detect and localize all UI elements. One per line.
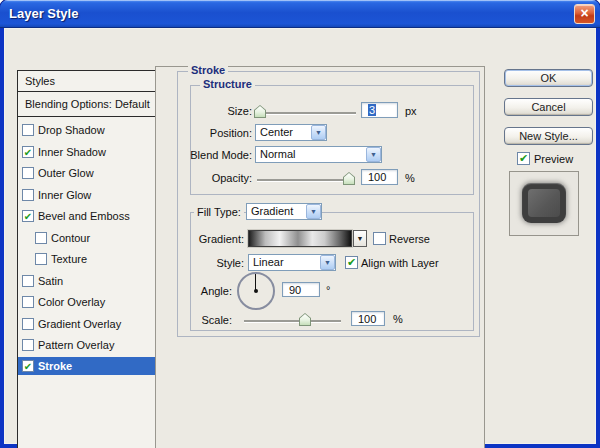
- size-label: Size:: [182, 105, 252, 117]
- size-input[interactable]: 3: [361, 102, 398, 118]
- opacity-input[interactable]: 100: [361, 169, 398, 185]
- scale-slider-track[interactable]: [244, 320, 341, 322]
- fill-type-dropdown[interactable]: Gradient ▼: [246, 203, 322, 220]
- close-button[interactable]: ×: [574, 4, 595, 24]
- sidebar-item-bevel-and-emboss[interactable]: ✔ Bevel and Emboss: [18, 206, 155, 225]
- reverse-label: Reverse: [389, 233, 430, 245]
- scale-unit: %: [393, 313, 403, 325]
- scale-input[interactable]: 100: [351, 311, 385, 326]
- structure-group-title: Structure: [200, 78, 255, 90]
- checkbox-color-overlay[interactable]: [22, 296, 34, 308]
- preview-label: Preview: [534, 153, 573, 165]
- close-icon: ×: [580, 5, 588, 21]
- checkbox-gradient-overlay[interactable]: [22, 318, 34, 330]
- checkbox-satin[interactable]: [22, 275, 34, 287]
- position-dropdown[interactable]: Center ▼: [255, 124, 327, 141]
- sidebar-item-blending-options[interactable]: Blending Options: Default: [18, 92, 155, 117]
- ok-button[interactable]: OK: [504, 69, 593, 87]
- chevron-down-icon: ▼: [311, 125, 326, 140]
- sidebar-item-gradient-overlay[interactable]: Gradient Overlay: [18, 314, 155, 333]
- sidebar-item-satin[interactable]: Satin: [18, 271, 155, 290]
- checkbox-stroke[interactable]: ✔: [22, 360, 34, 372]
- sidebar-item-color-overlay[interactable]: Color Overlay: [18, 292, 155, 311]
- angle-dial[interactable]: [237, 272, 275, 310]
- checkbox-inner-shadow[interactable]: ✔: [22, 146, 34, 158]
- opacity-label: Opacity:: [182, 172, 252, 184]
- gradient-label: Gradient:: [174, 233, 244, 245]
- title-bar[interactable]: Layer Style ×: [0, 0, 600, 28]
- sidebar-item-inner-shadow[interactable]: ✔ Inner Shadow: [18, 142, 155, 161]
- blend-mode-label: Blend Mode:: [174, 149, 252, 161]
- chevron-down-icon: ▼: [357, 235, 364, 242]
- checkbox-outer-glow[interactable]: [22, 167, 34, 179]
- reverse-checkbox[interactable]: [373, 232, 386, 245]
- sidebar-item-outer-glow[interactable]: Outer Glow: [18, 163, 155, 182]
- chevron-down-icon: ▼: [320, 255, 335, 270]
- stroke-group-title: Stroke: [188, 64, 228, 76]
- checkbox-bevel-and-emboss[interactable]: ✔: [22, 210, 34, 222]
- style-dropdown[interactable]: Linear ▼: [248, 254, 336, 271]
- sidebar-item-contour[interactable]: Contour: [18, 228, 155, 247]
- chevron-down-icon: ▼: [306, 204, 321, 219]
- position-label: Position:: [182, 127, 252, 139]
- gradient-picker-button[interactable]: ▼: [353, 230, 367, 247]
- checkbox-contour[interactable]: [35, 232, 47, 244]
- layer-style-dialog: Layer Style × Styles Blending Options: D…: [0, 0, 600, 448]
- angle-input[interactable]: 90: [282, 282, 320, 297]
- scale-label: Scale:: [172, 314, 232, 326]
- preview-checkbox[interactable]: ✔: [517, 152, 530, 165]
- checkbox-pattern-overlay[interactable]: [22, 339, 34, 351]
- chevron-down-icon: ▼: [366, 147, 381, 162]
- checkbox-drop-shadow[interactable]: [22, 124, 34, 136]
- sidebar-item-inner-glow[interactable]: Inner Glow: [18, 185, 155, 204]
- cancel-button[interactable]: Cancel: [504, 98, 593, 116]
- sidebar-item-pattern-overlay[interactable]: Pattern Overlay: [18, 335, 155, 354]
- gradient-swatch[interactable]: [248, 230, 352, 247]
- align-with-layer-label: Align with Layer: [361, 257, 439, 269]
- style-preview-panel: [509, 171, 579, 236]
- sidebar-item-styles[interactable]: Styles: [18, 71, 155, 92]
- sidebar-item-stroke[interactable]: ✔ Stroke: [18, 357, 155, 375]
- opacity-slider-track[interactable]: [257, 179, 352, 181]
- new-style-button[interactable]: New Style...: [504, 127, 593, 145]
- style-label: Style:: [174, 257, 244, 269]
- opacity-unit: %: [405, 172, 415, 184]
- angle-center-dot: [254, 289, 258, 293]
- fill-type-label: Fill Type:: [194, 206, 244, 218]
- angle-label: Angle:: [172, 285, 232, 297]
- angle-unit: °: [326, 284, 330, 296]
- sidebar-item-texture[interactable]: Texture: [18, 249, 155, 268]
- checkbox-texture[interactable]: [35, 253, 47, 265]
- styles-list: Styles Blending Options: Default Drop Sh…: [17, 70, 156, 448]
- checkbox-inner-glow[interactable]: [22, 189, 34, 201]
- style-preview-thumbnail: [522, 183, 566, 223]
- window-title: Layer Style: [9, 0, 78, 27]
- dialog-body: Styles Blending Options: Default Drop Sh…: [4, 28, 596, 444]
- blend-mode-dropdown[interactable]: Normal ▼: [255, 146, 382, 163]
- align-with-layer-checkbox[interactable]: ✔: [345, 256, 358, 269]
- sidebar-item-drop-shadow[interactable]: Drop Shadow: [18, 120, 155, 139]
- size-unit: px: [405, 105, 417, 117]
- size-slider-track[interactable]: [256, 112, 356, 114]
